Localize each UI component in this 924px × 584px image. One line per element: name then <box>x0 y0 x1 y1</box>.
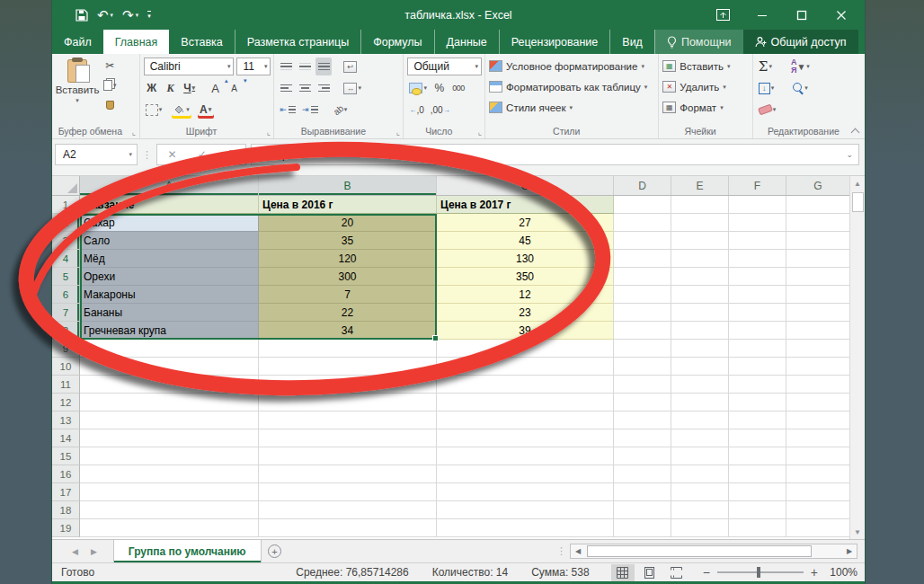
cell-B9[interactable] <box>259 340 437 358</box>
cell-G16[interactable] <box>786 465 849 483</box>
conditional-dropdown-icon[interactable]: ▾ <box>641 63 644 70</box>
customize-qat-icon[interactable]: ▾ <box>147 11 151 20</box>
cell-B15[interactable] <box>259 447 437 465</box>
minimize-button[interactable] <box>742 3 782 28</box>
share-button[interactable]: Общий доступ <box>743 30 858 54</box>
cell-G19[interactable] <box>786 519 849 537</box>
sort-filter-button[interactable]: АЯ▼▾ <box>789 58 812 75</box>
zoom-slider-thumb[interactable] <box>757 567 760 578</box>
row-header-3[interactable]: 3 <box>52 232 80 250</box>
cell-B6[interactable]: 7 <box>259 286 437 304</box>
row-header-9[interactable]: 9 <box>52 340 80 358</box>
cell-F16[interactable] <box>729 465 786 483</box>
cell-D6[interactable] <box>614 286 671 304</box>
merge-center-button[interactable]: ↔▾ <box>342 79 363 97</box>
zoom-level[interactable]: 100% <box>818 566 857 579</box>
cell-D14[interactable] <box>614 429 671 447</box>
clipboard-dialog-launcher-icon[interactable]: ⌟ <box>132 128 136 137</box>
ribbon-display-options-icon[interactable] <box>703 3 742 28</box>
accounting-format-button[interactable]: ▾ <box>407 79 429 97</box>
cell-D17[interactable] <box>614 483 671 501</box>
row-header-4[interactable]: 4 <box>52 250 80 268</box>
zoom-out-icon[interactable]: − <box>703 565 710 580</box>
conditional-formatting-button[interactable]: Условное форматирование▾ <box>489 57 647 75</box>
normal-view-button[interactable] <box>611 564 635 581</box>
cell-F9[interactable] <box>729 340 786 358</box>
cell-A19[interactable] <box>80 519 259 537</box>
cell-E1[interactable] <box>671 196 729 214</box>
tab-formulas[interactable]: Формулы <box>360 30 433 54</box>
font-color-dropdown-icon[interactable]: ▾ <box>209 106 212 113</box>
cell-C8[interactable]: 39 <box>437 322 614 340</box>
prev-sheet-icon[interactable]: ◀ <box>72 547 78 556</box>
insert-dropdown-icon[interactable]: ▾ <box>727 63 731 70</box>
expand-formula-bar-icon[interactable]: ⌄ <box>846 150 858 159</box>
cell-A6[interactable]: Макароны <box>80 286 259 304</box>
cell-D10[interactable] <box>614 358 671 376</box>
orientation-button[interactable]: ab▾ <box>332 101 350 119</box>
cell-B13[interactable] <box>259 411 437 429</box>
cell-A2[interactable]: Сахар <box>80 214 259 232</box>
cell-G13[interactable] <box>786 411 849 429</box>
cell-F1[interactable] <box>729 196 786 214</box>
cell-A1[interactable]: Навзание <box>80 196 259 214</box>
row-header-2[interactable]: 2 <box>52 214 80 232</box>
cell-F4[interactable] <box>729 250 786 268</box>
cell-A11[interactable] <box>80 376 259 394</box>
clear-button[interactable]: ▾ <box>757 101 778 119</box>
paste-dropdown-icon[interactable]: ▾ <box>76 97 79 104</box>
tab-home[interactable]: Главная <box>103 30 170 54</box>
zoom-in-icon[interactable]: + <box>811 565 818 580</box>
cell-D11[interactable] <box>614 376 671 394</box>
number-dialog-launcher-icon[interactable]: ⌟ <box>478 128 482 137</box>
cell-B4[interactable]: 120 <box>259 250 437 268</box>
cell-A9[interactable] <box>80 340 259 358</box>
cancel-icon[interactable]: ✕ <box>168 148 177 161</box>
cell-F7[interactable] <box>729 304 786 322</box>
align-right-button[interactable] <box>315 79 332 97</box>
cell-F13[interactable] <box>729 411 786 429</box>
accounting-dropdown-icon[interactable]: ▾ <box>423 84 427 92</box>
format-painter-button[interactable] <box>102 96 119 114</box>
sheet-tab-active[interactable]: Группа по умолчанию <box>113 540 262 562</box>
cell-A14[interactable] <box>80 429 259 447</box>
new-sheet-button[interactable]: + <box>262 540 289 562</box>
cell-D2[interactable] <box>614 214 671 232</box>
column-header-G[interactable]: G <box>786 176 849 195</box>
cell-A3[interactable]: Сало <box>80 232 259 250</box>
cell-C4[interactable]: 130 <box>437 250 614 268</box>
cell-D9[interactable] <box>614 340 671 358</box>
next-sheet-icon[interactable]: ▶ <box>91 547 97 556</box>
format-table-dropdown-icon[interactable]: ▾ <box>644 84 648 91</box>
vertical-scroll-thumb[interactable] <box>852 192 864 212</box>
cell-G6[interactable] <box>786 286 849 304</box>
alignment-dialog-launcher-icon[interactable]: ⌟ <box>396 128 400 137</box>
cell-G4[interactable] <box>786 250 849 268</box>
align-center-button[interactable] <box>297 79 313 97</box>
cell-G9[interactable] <box>786 340 849 358</box>
formula-input[interactable]: Сахар⌄ <box>251 144 859 165</box>
column-header-F[interactable]: F <box>729 176 786 195</box>
cell-F2[interactable] <box>729 214 786 232</box>
cell-G14[interactable] <box>786 429 849 447</box>
column-header-C[interactable]: C <box>437 176 614 195</box>
cell-A12[interactable] <box>80 394 259 411</box>
cell-G12[interactable] <box>786 394 849 411</box>
cell-A18[interactable] <box>80 501 259 519</box>
cell-A5[interactable]: Орехи <box>80 268 259 286</box>
select-all-corner[interactable] <box>52 176 80 195</box>
cell-E13[interactable] <box>671 411 729 429</box>
cell-styles-dropdown-icon[interactable]: ▾ <box>569 104 573 111</box>
maximize-button[interactable] <box>782 3 822 28</box>
cell-C2[interactable]: 27 <box>437 214 614 232</box>
cell-F19[interactable] <box>729 519 786 537</box>
font-size-combo[interactable]: 11▾ <box>236 58 271 75</box>
row-header-1[interactable]: 1 <box>52 196 80 214</box>
cell-B16[interactable] <box>259 465 437 483</box>
cell-D7[interactable] <box>614 304 671 322</box>
cell-E4[interactable] <box>671 250 729 268</box>
cut-button[interactable]: ✂ <box>102 57 119 75</box>
cell-B12[interactable] <box>259 394 437 411</box>
cell-D8[interactable] <box>614 322 671 340</box>
cell-B1[interactable]: Цена в 2016 г <box>259 196 437 214</box>
